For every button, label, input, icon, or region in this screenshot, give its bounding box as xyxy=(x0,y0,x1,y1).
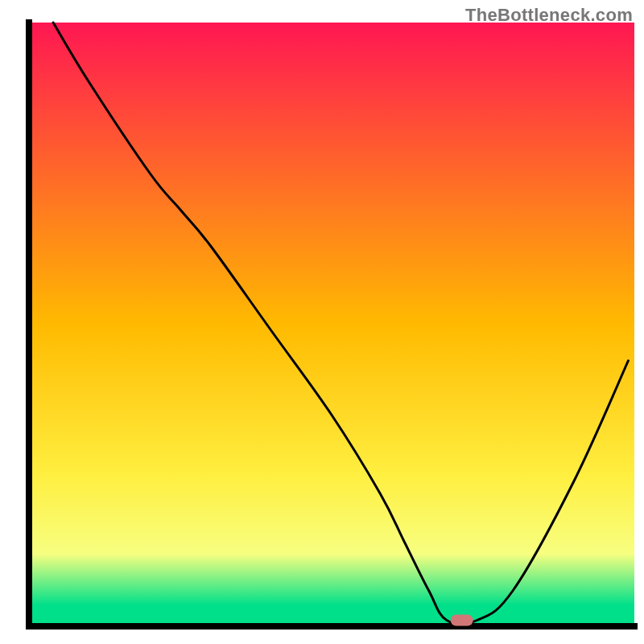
bottleneck-chart: TheBottleneck.com xyxy=(0,0,644,644)
plot-svg xyxy=(0,0,644,644)
gradient-background xyxy=(29,23,634,626)
optimal-marker xyxy=(451,615,473,626)
watermark-text: TheBottleneck.com xyxy=(465,5,633,26)
